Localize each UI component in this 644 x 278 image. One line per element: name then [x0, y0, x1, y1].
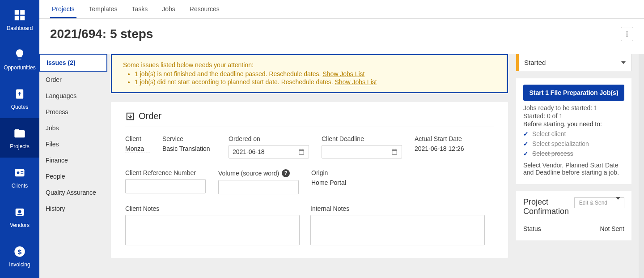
section-quality-assurance[interactable]: Quality Assurance [39, 184, 107, 201]
client-deadline-label: Client Deadline [322, 135, 402, 142]
actual-start-value: 2021-06-18 12:26 [415, 145, 464, 152]
svg-rect-0 [15, 10, 19, 15]
svg-point-5 [17, 171, 20, 174]
section-jobs[interactable]: Jobs [39, 120, 107, 136]
ordered-on-input[interactable]: 2021-06-18 [229, 145, 309, 158]
client-ref-label: Client Reference Number [125, 169, 206, 176]
main-sidebar: Dashboard Opportunities Quotes Projects … [0, 0, 39, 278]
jobs-started-text: Started: 0 of 1 [523, 112, 624, 120]
quote-icon [13, 87, 27, 101]
section-finance[interactable]: Finance [39, 152, 107, 168]
confirmation-title: Project Confirmation [523, 197, 569, 216]
sidebar-label: Dashboard [7, 25, 33, 31]
client-notes-input[interactable] [125, 215, 300, 245]
page-title: 2021/694: 5 steps [50, 27, 153, 41]
sidebar-label: Projects [10, 143, 29, 150]
show-jobs-list-link-1[interactable]: Show Jobs List [322, 70, 364, 77]
invoice-icon: $ [13, 244, 27, 259]
sidebar-item-clients[interactable]: Clients [0, 158, 39, 197]
sidebar-item-projects[interactable]: Projects [0, 118, 39, 158]
origin-value: Home Portal [311, 179, 346, 186]
section-files[interactable]: Files [39, 136, 107, 152]
svg-text:$: $ [18, 248, 22, 256]
folder-icon [13, 126, 27, 141]
issues-banner: Some issues listed below needs your atte… [111, 54, 508, 93]
svg-rect-2 [15, 16, 19, 20]
issue-line-1: 1 job(s) is not finished and the deadlin… [135, 70, 498, 77]
sidebar-item-opportunities[interactable]: Opportunities [0, 39, 39, 79]
issue-line-2: 1 job(s) did not start according to plan… [135, 78, 498, 86]
jobs-ready-text: Jobs ready to be started: 1 [523, 104, 624, 111]
start-jobs-panel: Start 1 File Preparation Job(s) Jobs rea… [516, 78, 631, 184]
tab-templates[interactable]: Templates [87, 0, 119, 18]
check-select-specialization: ✓ Select specialization [523, 140, 624, 147]
start-hint: Select Vendor, Planned Start Date and De… [523, 162, 624, 176]
volume-label: Volume (source word) ? [218, 169, 299, 177]
section-languages[interactable]: Languages [39, 88, 107, 104]
sidebar-item-dashboard[interactable]: Dashboard [0, 0, 39, 39]
section-history[interactable]: History [39, 201, 107, 217]
client-value[interactable]: Monza [125, 145, 150, 153]
project-confirmation-panel: Project Confirmation Edit & Send Status … [516, 191, 631, 240]
svg-rect-6 [21, 171, 23, 172]
more-actions-button[interactable] [621, 27, 633, 41]
sidebar-label: Clients [12, 183, 28, 189]
origin-label: Origin [311, 169, 346, 176]
vendor-icon [13, 205, 27, 219]
tab-resources[interactable]: Resources [188, 0, 221, 18]
help-icon[interactable]: ? [282, 169, 290, 177]
service-label: Service [162, 135, 216, 142]
sidebar-item-vendors[interactable]: Vendors [0, 197, 39, 236]
ordered-on-label: Ordered on [229, 135, 309, 142]
check-icon: ✓ [523, 150, 529, 157]
tab-projects[interactable]: Projects [50, 0, 76, 18]
edit-send-dropdown[interactable] [612, 197, 624, 208]
show-jobs-list-link-2[interactable]: Show Jobs List [335, 78, 377, 86]
section-order[interactable]: Order [39, 72, 107, 88]
bulb-icon [13, 47, 27, 62]
dashboard-icon [13, 8, 27, 22]
section-issues[interactable]: Issues (2) [39, 54, 107, 72]
sidebar-label: Vendors [10, 222, 30, 228]
order-panel: Order Client Monza Service Basic Transla… [111, 102, 508, 258]
confirmation-status-label: Status [523, 225, 541, 232]
service-value: Basic Translation [162, 145, 216, 152]
calendar-icon [298, 148, 305, 155]
tab-tasks[interactable]: Tasks [130, 0, 149, 18]
section-process[interactable]: Process [39, 104, 107, 120]
start-file-prep-button[interactable]: Start 1 File Preparation Job(s) [523, 85, 624, 101]
issues-intro: Some issues listed below needs your atte… [123, 61, 498, 68]
status-value: Started [524, 59, 546, 66]
sidebar-item-quotes[interactable]: Quotes [0, 79, 39, 118]
svg-rect-1 [20, 10, 25, 15]
internal-notes-input[interactable] [310, 215, 485, 245]
calendar-icon [391, 148, 398, 155]
sidebar-item-invoicing[interactable]: $ Invoicing [0, 236, 39, 276]
clients-icon [13, 166, 27, 180]
sidebar-label: Invoicing [9, 261, 30, 268]
tab-jobs[interactable]: Jobs [160, 0, 177, 18]
svg-point-14 [627, 35, 628, 37]
volume-input[interactable] [218, 180, 299, 194]
vertical-scrollbar[interactable] [639, 54, 644, 278]
order-panel-title: Order [125, 111, 494, 121]
client-deadline-input[interactable] [322, 145, 402, 158]
edit-send-button[interactable]: Edit & Send [574, 197, 612, 208]
client-label: Client [125, 135, 150, 142]
check-select-client: ✓ Select client [523, 130, 624, 137]
svg-rect-3 [20, 16, 25, 20]
chevron-down-icon [616, 197, 620, 206]
chevron-down-icon [621, 61, 626, 64]
project-status-select[interactable]: Started [516, 54, 631, 71]
check-icon: ✓ [523, 130, 529, 137]
sidebar-label: Opportunities [4, 64, 35, 71]
sidebar-label: Quotes [11, 104, 29, 110]
svg-point-12 [627, 31, 628, 33]
project-section-nav: Issues (2) Order Languages Process Jobs … [39, 54, 107, 278]
confirmation-status-value: Not Sent [600, 225, 624, 232]
check-select-process: ✓ Select process [523, 150, 624, 157]
section-people[interactable]: People [39, 168, 107, 184]
top-tabbar: Projects Templates Tasks Jobs Resources [39, 0, 644, 19]
check-icon: ✓ [523, 140, 529, 147]
client-ref-input[interactable] [125, 179, 206, 193]
